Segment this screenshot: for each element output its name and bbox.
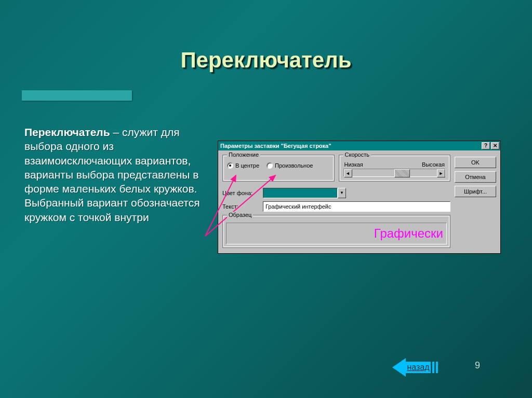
screensaver-settings-dialog: Параметры заставки "Бегущая строка" ? ✕ … <box>218 141 501 254</box>
arrow-tail-icon <box>436 362 438 373</box>
bgcolor-swatch <box>263 188 338 198</box>
group-sample: Образец Графически <box>222 215 450 248</box>
help-button[interactable]: ? <box>482 142 490 149</box>
bgcolor-label: Цвет фона: <box>222 190 260 196</box>
dialog-title: Параметры заставки "Бегущая строка" <box>220 143 481 149</box>
radio-random[interactable]: Произвольное <box>267 162 313 169</box>
body-text-rest: – служит для выбора одного из взаимоискл… <box>24 126 200 223</box>
radio-icon <box>227 162 233 169</box>
text-label: Текст: <box>222 203 260 210</box>
group-sample-legend: Образец <box>227 212 253 218</box>
body-text-bold: Переключатель <box>24 126 110 138</box>
group-position: Положение В центре Произвольное <box>222 155 335 182</box>
sample-preview: Графически <box>226 223 447 244</box>
page-number: 9 <box>475 360 480 371</box>
back-label: назад <box>407 363 429 372</box>
body-text: Переключатель – служит для выбора одного… <box>24 125 206 224</box>
speed-slider[interactable]: ◄ ► <box>343 169 446 177</box>
slider-thumb[interactable] <box>394 169 410 177</box>
slider-right-arrow-icon[interactable]: ► <box>437 169 445 177</box>
group-speed: Скорость Низкая Высокая ◄ ► <box>339 155 451 182</box>
text-input[interactable] <box>263 201 450 212</box>
dialog-titlebar[interactable]: Параметры заставки "Бегущая строка" ? ✕ <box>218 141 500 150</box>
slide-title: Переключатель <box>0 48 532 73</box>
bgcolor-combo[interactable]: ▼ <box>263 188 346 198</box>
close-button[interactable]: ✕ <box>491 142 499 149</box>
accent-bar <box>22 90 132 101</box>
font-button[interactable]: Шрифт... <box>455 186 496 197</box>
slider-left-arrow-icon[interactable]: ◄ <box>344 169 352 177</box>
back-link[interactable]: назад <box>392 358 438 377</box>
group-position-legend: Положение <box>227 152 260 158</box>
speed-low-label: Низкая <box>344 161 363 168</box>
radio-icon <box>267 162 273 169</box>
arrow-left-icon <box>392 358 406 377</box>
radio-random-label: Произвольное <box>275 162 313 169</box>
cancel-button[interactable]: Отмена <box>455 171 496 183</box>
group-speed-legend: Скорость <box>343 152 371 158</box>
radio-center[interactable]: В центре <box>227 162 259 169</box>
radio-center-label: В центре <box>235 162 259 169</box>
speed-high-label: Высокая <box>422 161 445 168</box>
ok-button[interactable]: OK <box>455 157 496 168</box>
chevron-down-icon[interactable]: ▼ <box>338 188 346 198</box>
arrow-tail-icon <box>432 362 434 373</box>
